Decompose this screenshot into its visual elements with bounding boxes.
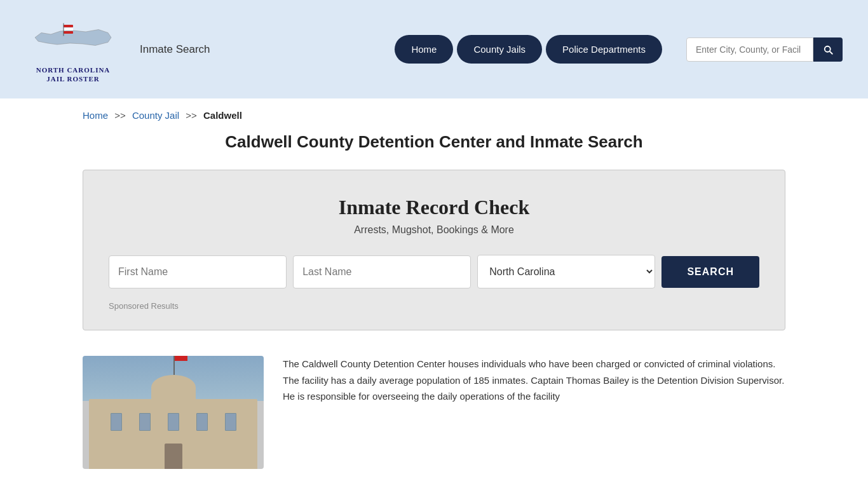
last-name-input[interactable] [293, 255, 471, 288]
nav-home-button[interactable]: Home [395, 35, 453, 64]
logo-link[interactable]: NORTH CAROLINA JAIL ROSTER [25, 15, 121, 84]
header-search-area [686, 37, 843, 62]
header-search-input[interactable] [686, 37, 813, 62]
search-icon [822, 44, 834, 55]
facility-image [83, 356, 264, 469]
nav-police-departments-button[interactable]: Police Departments [546, 35, 662, 64]
breadcrumb-sep1: >> [114, 110, 126, 121]
sponsored-results-label: Sponsored Results [109, 301, 759, 311]
record-check-subtitle: Arrests, Mugshot, Bookings & More [109, 224, 759, 236]
svg-rect-2 [64, 28, 73, 30]
search-main-button[interactable]: SEARCH [661, 256, 759, 288]
facility-description: The Caldwell County Detention Center hou… [283, 356, 785, 405]
svg-rect-3 [64, 31, 73, 34]
logo-text: NORTH CAROLINA JAIL ROSTER [36, 65, 111, 84]
breadcrumb-county-jail-link[interactable]: County Jail [132, 110, 179, 121]
svg-rect-1 [64, 25, 73, 27]
inmate-search-label: Inmate Search [140, 43, 210, 56]
bottom-section: The Caldwell County Detention Center hou… [83, 356, 785, 469]
record-check-box: Inmate Record Check Arrests, Mugshot, Bo… [83, 170, 785, 330]
header-search-button[interactable] [813, 37, 843, 62]
record-check-title: Inmate Record Check [109, 196, 759, 219]
nav-county-jails-button[interactable]: County Jails [457, 35, 542, 64]
site-header: NORTH CAROLINA JAIL ROSTER Inmate Search… [0, 0, 868, 98]
nc-map-icon [32, 15, 114, 63]
breadcrumb: Home >> County Jail >> Caldwell [0, 98, 868, 132]
page-title: Caldwell County Detention Center and Inm… [83, 132, 785, 152]
breadcrumb-current: Caldwell [203, 110, 242, 121]
breadcrumb-sep2: >> [186, 110, 197, 121]
main-nav: Home County Jails Police Departments [395, 35, 662, 64]
first-name-input[interactable] [109, 255, 287, 288]
search-form-row: North Carolina Alabama Alaska Arizona Ar… [109, 255, 759, 288]
state-select[interactable]: North Carolina Alabama Alaska Arizona Ar… [477, 255, 655, 288]
main-content: Caldwell County Detention Center and Inm… [0, 132, 868, 488]
breadcrumb-home-link[interactable]: Home [83, 110, 108, 121]
